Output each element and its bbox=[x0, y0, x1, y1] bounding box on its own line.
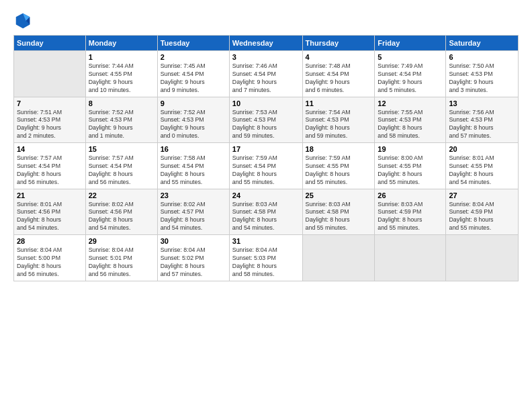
calendar-cell: 13Sunrise: 7:56 AM Sunset: 4:53 PM Dayli… bbox=[446, 97, 519, 143]
calendar-cell: 9Sunrise: 7:52 AM Sunset: 4:53 PM Daylig… bbox=[157, 97, 229, 143]
day-number: 25 bbox=[306, 191, 372, 199]
calendar-header-monday: Monday bbox=[85, 36, 157, 51]
day-number: 1 bbox=[89, 53, 154, 61]
day-number: 21 bbox=[17, 191, 83, 199]
calendar-cell: 28Sunrise: 8:04 AM Sunset: 5:00 PM Dayli… bbox=[14, 235, 86, 281]
day-info: Sunrise: 8:04 AM Sunset: 4:59 PM Dayligh… bbox=[449, 201, 515, 233]
day-number: 14 bbox=[17, 145, 83, 153]
day-number: 19 bbox=[378, 145, 443, 153]
day-number: 18 bbox=[306, 145, 372, 153]
day-number: 13 bbox=[449, 99, 515, 107]
day-info: Sunrise: 8:02 AM Sunset: 4:56 PM Dayligh… bbox=[89, 201, 154, 233]
calendar-cell: 25Sunrise: 8:03 AM Sunset: 4:58 PM Dayli… bbox=[302, 189, 375, 235]
day-info: Sunrise: 7:44 AM Sunset: 4:55 PM Dayligh… bbox=[89, 62, 154, 95]
calendar-week-row: 14Sunrise: 7:57 AM Sunset: 4:54 PM Dayli… bbox=[14, 143, 519, 189]
day-info: Sunrise: 7:52 AM Sunset: 4:53 PM Dayligh… bbox=[161, 109, 226, 141]
calendar-cell: 29Sunrise: 8:04 AM Sunset: 5:01 PM Dayli… bbox=[85, 235, 157, 281]
day-info: Sunrise: 8:04 AM Sunset: 5:00 PM Dayligh… bbox=[17, 246, 83, 279]
calendar-cell: 15Sunrise: 7:57 AM Sunset: 4:54 PM Dayli… bbox=[85, 143, 157, 189]
calendar-cell: 18Sunrise: 7:59 AM Sunset: 4:55 PM Dayli… bbox=[302, 143, 375, 189]
day-info: Sunrise: 7:57 AM Sunset: 4:54 PM Dayligh… bbox=[17, 154, 83, 187]
calendar-cell: 23Sunrise: 8:02 AM Sunset: 4:57 PM Dayli… bbox=[157, 189, 229, 235]
calendar-cell bbox=[14, 51, 86, 97]
day-number: 20 bbox=[449, 145, 515, 153]
day-info: Sunrise: 8:03 AM Sunset: 4:59 PM Dayligh… bbox=[378, 201, 443, 233]
calendar-header-friday: Friday bbox=[375, 36, 446, 51]
calendar-cell: 5Sunrise: 7:49 AM Sunset: 4:54 PM Daylig… bbox=[375, 51, 446, 97]
calendar-week-row: 21Sunrise: 8:01 AM Sunset: 4:56 PM Dayli… bbox=[14, 189, 519, 235]
calendar-week-row: 1Sunrise: 7:44 AM Sunset: 4:55 PM Daylig… bbox=[14, 51, 519, 97]
day-number: 26 bbox=[378, 191, 443, 199]
day-info: Sunrise: 8:04 AM Sunset: 5:02 PM Dayligh… bbox=[161, 246, 226, 279]
calendar-cell bbox=[375, 235, 446, 281]
day-number: 31 bbox=[232, 237, 300, 245]
day-number: 27 bbox=[449, 191, 515, 199]
calendar-cell: 7Sunrise: 7:51 AM Sunset: 4:53 PM Daylig… bbox=[14, 97, 86, 143]
calendar-cell: 31Sunrise: 8:04 AM Sunset: 5:03 PM Dayli… bbox=[229, 235, 302, 281]
calendar-cell bbox=[302, 235, 375, 281]
day-info: Sunrise: 7:59 AM Sunset: 4:54 PM Dayligh… bbox=[232, 154, 300, 187]
calendar-cell: 24Sunrise: 8:03 AM Sunset: 4:58 PM Dayli… bbox=[229, 189, 302, 235]
calendar-table: SundayMondayTuesdayWednesdayThursdayFrid… bbox=[13, 35, 519, 281]
calendar-header-tuesday: Tuesday bbox=[157, 36, 229, 51]
calendar-cell: 22Sunrise: 8:02 AM Sunset: 4:56 PM Dayli… bbox=[85, 189, 157, 235]
day-number: 12 bbox=[378, 99, 443, 107]
calendar-week-row: 7Sunrise: 7:51 AM Sunset: 4:53 PM Daylig… bbox=[14, 97, 519, 143]
day-number: 7 bbox=[17, 99, 83, 107]
day-number: 17 bbox=[232, 145, 300, 153]
day-number: 24 bbox=[232, 191, 300, 199]
calendar-header-thursday: Thursday bbox=[302, 36, 375, 51]
calendar-cell: 1Sunrise: 7:44 AM Sunset: 4:55 PM Daylig… bbox=[85, 51, 157, 97]
calendar-cell: 14Sunrise: 7:57 AM Sunset: 4:54 PM Dayli… bbox=[14, 143, 86, 189]
day-number: 9 bbox=[161, 99, 226, 107]
calendar-cell: 11Sunrise: 7:54 AM Sunset: 4:53 PM Dayli… bbox=[302, 97, 375, 143]
calendar-cell: 16Sunrise: 7:58 AM Sunset: 4:54 PM Dayli… bbox=[157, 143, 229, 189]
day-number: 28 bbox=[17, 237, 83, 245]
calendar-cell: 12Sunrise: 7:55 AM Sunset: 4:53 PM Dayli… bbox=[375, 97, 446, 143]
day-info: Sunrise: 8:01 AM Sunset: 4:55 PM Dayligh… bbox=[449, 154, 515, 187]
calendar-cell: 27Sunrise: 8:04 AM Sunset: 4:59 PM Dayli… bbox=[446, 189, 519, 235]
calendar-cell: 26Sunrise: 8:03 AM Sunset: 4:59 PM Dayli… bbox=[375, 189, 446, 235]
day-number: 16 bbox=[161, 145, 226, 153]
day-info: Sunrise: 7:50 AM Sunset: 4:53 PM Dayligh… bbox=[449, 62, 515, 95]
day-number: 22 bbox=[89, 191, 154, 199]
calendar-header-saturday: Saturday bbox=[446, 36, 519, 51]
day-info: Sunrise: 8:04 AM Sunset: 5:03 PM Dayligh… bbox=[232, 246, 300, 279]
day-info: Sunrise: 8:01 AM Sunset: 4:56 PM Dayligh… bbox=[17, 201, 83, 233]
calendar-cell: 20Sunrise: 8:01 AM Sunset: 4:55 PM Dayli… bbox=[446, 143, 519, 189]
day-number: 23 bbox=[161, 191, 226, 199]
day-number: 8 bbox=[89, 99, 154, 107]
calendar-cell: 2Sunrise: 7:45 AM Sunset: 4:54 PM Daylig… bbox=[157, 51, 229, 97]
calendar-cell: 4Sunrise: 7:48 AM Sunset: 4:54 PM Daylig… bbox=[302, 51, 375, 97]
day-number: 4 bbox=[306, 53, 372, 61]
day-info: Sunrise: 7:58 AM Sunset: 4:54 PM Dayligh… bbox=[161, 154, 226, 187]
day-number: 29 bbox=[89, 237, 154, 245]
page: SundayMondayTuesdayWednesdayThursdayFrid… bbox=[0, 0, 532, 411]
calendar-cell: 30Sunrise: 8:04 AM Sunset: 5:02 PM Dayli… bbox=[157, 235, 229, 281]
calendar-cell: 3Sunrise: 7:46 AM Sunset: 4:54 PM Daylig… bbox=[229, 51, 302, 97]
day-info: Sunrise: 8:04 AM Sunset: 5:01 PM Dayligh… bbox=[89, 246, 154, 279]
day-info: Sunrise: 7:55 AM Sunset: 4:53 PM Dayligh… bbox=[378, 109, 443, 141]
calendar-cell: 19Sunrise: 8:00 AM Sunset: 4:55 PM Dayli… bbox=[375, 143, 446, 189]
day-info: Sunrise: 7:52 AM Sunset: 4:53 PM Dayligh… bbox=[89, 109, 154, 141]
day-info: Sunrise: 8:03 AM Sunset: 4:58 PM Dayligh… bbox=[232, 201, 300, 233]
calendar-cell: 8Sunrise: 7:52 AM Sunset: 4:53 PM Daylig… bbox=[85, 97, 157, 143]
logo-icon bbox=[13, 11, 32, 30]
day-info: Sunrise: 8:03 AM Sunset: 4:58 PM Dayligh… bbox=[306, 201, 372, 233]
day-number: 6 bbox=[449, 53, 515, 61]
day-info: Sunrise: 7:54 AM Sunset: 4:53 PM Dayligh… bbox=[306, 109, 372, 141]
day-number: 30 bbox=[161, 237, 226, 245]
day-number: 11 bbox=[306, 99, 372, 107]
day-info: Sunrise: 7:46 AM Sunset: 4:54 PM Dayligh… bbox=[232, 62, 300, 95]
day-number: 3 bbox=[232, 53, 300, 61]
day-info: Sunrise: 7:53 AM Sunset: 4:53 PM Dayligh… bbox=[232, 109, 300, 141]
logo bbox=[13, 11, 35, 30]
day-number: 10 bbox=[232, 99, 300, 107]
day-info: Sunrise: 7:57 AM Sunset: 4:54 PM Dayligh… bbox=[89, 154, 154, 187]
day-number: 2 bbox=[161, 53, 226, 61]
day-info: Sunrise: 7:48 AM Sunset: 4:54 PM Dayligh… bbox=[306, 62, 372, 95]
day-info: Sunrise: 7:59 AM Sunset: 4:55 PM Dayligh… bbox=[306, 154, 372, 187]
calendar-cell: 21Sunrise: 8:01 AM Sunset: 4:56 PM Dayli… bbox=[14, 189, 86, 235]
calendar-header-sunday: Sunday bbox=[14, 36, 86, 51]
calendar-header-row: SundayMondayTuesdayWednesdayThursdayFrid… bbox=[14, 36, 519, 51]
